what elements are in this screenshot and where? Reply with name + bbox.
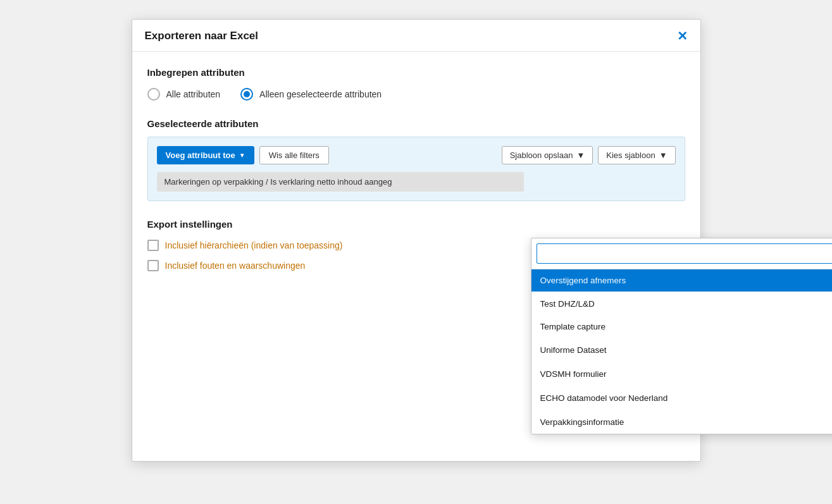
add-attribute-chevron: ▼ [239,152,245,159]
dropdown-items-list: Overstijgend afnemersTest DHZ/L&DStandaa… [531,269,833,434]
included-attributes-title: Inbegrepen attributen [147,67,685,78]
save-template-button[interactable]: Sjabloon opslaan ▼ [502,146,593,164]
dropdown-item[interactable]: ECHO datamodel voor NederlandStandaard I… [531,386,833,410]
checkbox-hierarchies-box [147,240,159,251]
dropdown-item[interactable]: Overstijgend afnemers [531,269,833,292]
save-template-label: Sjabloon opslaan [510,151,573,160]
dropdown-item-label: VDSMH formulier [540,369,607,379]
modal-header: Exporteren naar Excel ✕ [132,20,700,52]
dropdown-item[interactable]: Test DHZ/L&DStandaard Ingesteld [531,292,833,316]
radio-group: Alle attributen Alleen geselecteerde att… [147,88,685,101]
template-dropdown: Overstijgend afnemersTest DHZ/L&DStandaa… [531,238,833,434]
dropdown-item-label: Uniforme Dataset [540,345,607,355]
attributes-box: Voeg attribuut toe ▼ Wis alle filters Sj… [147,137,685,201]
dropdown-item[interactable]: Uniforme DatasetStandaard Ingesteld [531,338,833,362]
modal-title: Exporteren naar Excel [145,30,259,42]
dropdown-item-label: ECHO datamodel voor Nederland [540,393,668,403]
radio-selected-attributes[interactable]: Alleen geselecteerde attributen [240,88,382,101]
radio-all-label: Alle attributen [166,89,221,99]
dropdown-item[interactable]: Template capture [531,316,833,338]
modal-overlay: Exporteren naar Excel ✕ Inbegrepen attri… [0,0,832,504]
dropdown-item[interactable]: VerpakkingsinformatieStandaard Ingesteld [531,410,833,434]
export-settings-title: Export instellingen [147,219,685,230]
checkbox-errors-label: Inclusief fouten en waarschuwingen [165,261,306,271]
dropdown-item-label: Overstijgend afnemers [540,276,626,285]
save-template-chevron: ▼ [576,151,585,160]
dropdown-item[interactable]: VDSMH formulierStandaard Ingesteld [531,362,833,386]
attribute-row: Markeringen op verpakking / Is verklarin… [157,172,524,192]
dropdown-item-label: Test DHZ/L&D [540,299,595,309]
choose-template-button[interactable]: Kies sjabloon ▼ [598,146,675,164]
choose-template-chevron: ▼ [659,151,667,160]
checkbox-hierarchies-label: Inclusief hiërarchieën (indien van toepa… [165,240,343,250]
add-attribute-label: Voeg attribuut toe [166,151,235,160]
dropdown-item-label: Verpakkingsinformatie [540,417,624,427]
choose-template-label: Kies sjabloon [606,151,655,160]
checkbox-errors-box [147,260,159,271]
radio-all-attributes[interactable]: Alle attributen [147,88,221,101]
radio-all-circle [147,88,160,101]
dropdown-item-label: Template capture [540,322,606,331]
selected-attributes-title: Geselecteerde attributen [147,118,685,129]
add-attribute-button[interactable]: Voeg attribuut toe ▼ [157,146,254,164]
toolbar: Voeg attribuut toe ▼ Wis alle filters Sj… [157,146,676,164]
dropdown-search-container [531,238,833,269]
export-modal: Exporteren naar Excel ✕ Inbegrepen attri… [132,19,701,462]
dropdown-search-input[interactable] [537,243,833,264]
radio-selected-circle [240,88,253,101]
toolbar-right: Sjabloon opslaan ▼ Kies sjabloon ▼ [502,146,676,164]
clear-filters-button[interactable]: Wis alle filters [259,146,329,164]
close-button[interactable]: ✕ [677,30,688,42]
radio-selected-label: Alleen geselecteerde attributen [259,89,382,99]
